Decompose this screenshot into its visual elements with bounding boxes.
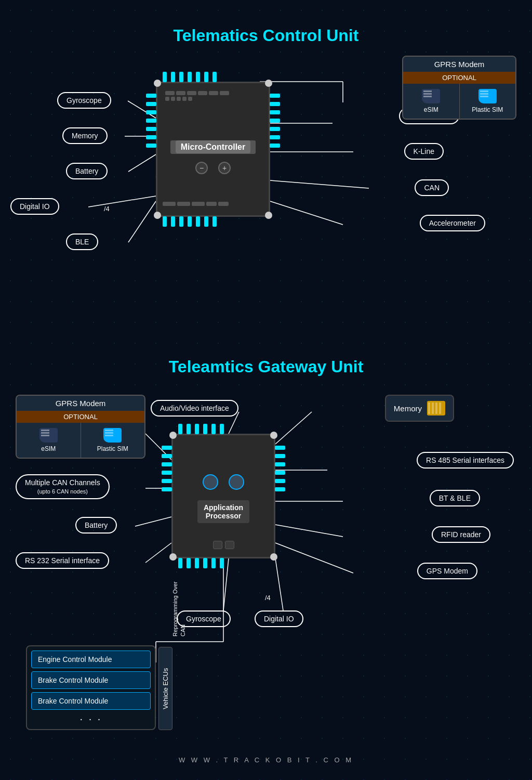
svg-line-17 bbox=[275, 525, 343, 537]
svg-line-2 bbox=[128, 154, 156, 172]
svg-line-18 bbox=[145, 543, 171, 563]
tcu-psim-icon bbox=[478, 89, 497, 103]
tgu-esim-slot: eSIM bbox=[17, 423, 81, 458]
tgu-diagram: GPRS Modem OPTIONAL eSIM Plastic SIM Aud… bbox=[0, 392, 532, 746]
tgu-gprs-optional: OPTIONAL bbox=[17, 411, 144, 423]
tgu-vehicle-ecus-label: Vehicle ECUs bbox=[158, 647, 172, 730]
tcu-memory-badge: Memory bbox=[62, 127, 108, 144]
svg-line-21 bbox=[275, 558, 283, 610]
tgu-rs232-badge: RS 232 Serial interface bbox=[16, 552, 109, 569]
tgu-audio-video-badge: Audio/Video interface bbox=[151, 400, 238, 417]
tgu-chip: ApplicationProcessor bbox=[171, 434, 275, 558]
chip-corner-dot bbox=[154, 212, 161, 219]
ecu-item: Brake Control Module bbox=[31, 692, 151, 710]
tgu-psim-slot: Plastic SIM bbox=[81, 423, 145, 458]
svg-line-12 bbox=[275, 412, 312, 444]
tcu-chip-label: Micro-Controller bbox=[176, 140, 250, 153]
tcu-esim-label: eSIM bbox=[424, 106, 438, 113]
chip-corner-dot bbox=[265, 212, 272, 219]
tcu-esim-icon bbox=[422, 89, 440, 103]
ecu-dots: · · · bbox=[31, 713, 151, 725]
tgu-esim-icon bbox=[39, 428, 58, 443]
tgu-memory-box: Memory bbox=[385, 395, 454, 422]
tgu-digital-io-badge: Digital IO bbox=[255, 610, 303, 627]
tcu-gprs-optional: OPTIONAL bbox=[403, 72, 515, 84]
tcu-ble-badge: BLE bbox=[66, 233, 98, 250]
chip-corner-dot bbox=[265, 80, 272, 87]
ecu-item: Brake Control Module bbox=[31, 671, 151, 689]
svg-line-4 bbox=[128, 201, 156, 242]
chip-corner-dot bbox=[169, 432, 177, 439]
tgu-psim-label: Plastic SIM bbox=[97, 445, 128, 452]
ecu-item: Engine Control Module bbox=[31, 651, 151, 668]
svg-line-19 bbox=[275, 543, 353, 573]
tgu-gprs-box: GPRS Modem OPTIONAL eSIM Plastic SIM bbox=[16, 395, 145, 459]
chip-corner-dot bbox=[270, 553, 277, 561]
tgu-chip-left-pins bbox=[162, 446, 172, 491]
tgu-chip-top-pins bbox=[178, 424, 224, 434]
svg-line-7 bbox=[270, 180, 369, 188]
tcu-annotation-4: /4 bbox=[104, 205, 110, 213]
tgu-can-channels-badge: Multiple CAN Channels (upto 6 CAN nodes) bbox=[16, 474, 110, 499]
tgu-bt-ble-badge: BT & BLE bbox=[430, 490, 480, 506]
chip-plus: + bbox=[218, 162, 231, 174]
chip-bottom-pins bbox=[163, 216, 217, 227]
tgu-chip-label: ApplicationProcessor bbox=[204, 503, 243, 520]
tcu-gyroscope-badge: Gyroscope bbox=[57, 92, 111, 109]
tgu-annotation-4: /4 bbox=[265, 594, 271, 602]
svg-line-3 bbox=[88, 196, 156, 207]
tgu-ecu-box: Engine Control ModuleBrake Control Modul… bbox=[26, 645, 156, 730]
chip-top-pins bbox=[163, 72, 217, 82]
tgu-esim-label: eSIM bbox=[41, 445, 56, 452]
tcu-can-badge: CAN bbox=[415, 179, 449, 196]
tcu-psim-slot: Plastic SIM bbox=[460, 84, 516, 119]
tcu-digital-io-badge: Digital IO bbox=[10, 198, 59, 215]
tcu-chip: Micro-Controller − + bbox=[156, 82, 270, 217]
tgu-title: Teleamtics Gateway Unit bbox=[0, 347, 532, 382]
tcu-diagram: Gyroscope Memory Battery Digital IO /4 B… bbox=[0, 50, 532, 342]
svg-line-8 bbox=[270, 201, 343, 225]
tcu-gprs-box: GPRS Modem OPTIONAL eSIM Plastic SIM bbox=[402, 56, 516, 120]
svg-line-16 bbox=[135, 517, 171, 526]
tgu-reprog-label: Reprogramming Over CAN bbox=[171, 574, 188, 636]
tgu-chip-right-pins bbox=[275, 446, 285, 491]
tcu-kline-badge: K-Line bbox=[404, 143, 444, 160]
footer-text: W W W . T R A C K O B I T . C O M bbox=[0, 746, 532, 774]
tgu-chip-bottom-pins bbox=[178, 558, 224, 568]
tgu-rfid-badge: RFID reader bbox=[432, 526, 490, 543]
chip-minus: − bbox=[195, 162, 208, 174]
tcu-battery-badge: Battery bbox=[66, 163, 108, 179]
tcu-gprs-title: GPRS Modem bbox=[403, 57, 515, 72]
chip-corner-dot bbox=[154, 80, 161, 87]
tcu-psim-label: Plastic SIM bbox=[472, 106, 503, 113]
tgu-gyroscope-badge: Gyroscope bbox=[177, 610, 231, 627]
tcu-esim-slot: eSIM bbox=[403, 84, 460, 119]
chip-corner-dot bbox=[270, 432, 277, 439]
tcu-title: Telematics Control Unit bbox=[0, 16, 532, 50]
tgu-rs485-badge: RS 485 Serial interfaces bbox=[417, 452, 514, 469]
tgu-battery-badge: Battery bbox=[75, 517, 117, 534]
tgu-psim-icon bbox=[103, 428, 122, 443]
tcu-accelerometer-badge: Accelerometer bbox=[420, 215, 485, 231]
tgu-memory-card-icon bbox=[427, 401, 445, 415]
svg-line-20 bbox=[223, 558, 229, 610]
tgu-memory-label: Memory bbox=[394, 404, 422, 413]
tgu-gps-modem-badge: GPS Modem bbox=[417, 563, 477, 579]
tgu-gprs-title: GPRS Modem bbox=[17, 396, 144, 411]
chip-right-pins bbox=[270, 94, 280, 148]
chip-left-pins bbox=[146, 94, 156, 148]
chip-corner-dot bbox=[169, 553, 177, 561]
